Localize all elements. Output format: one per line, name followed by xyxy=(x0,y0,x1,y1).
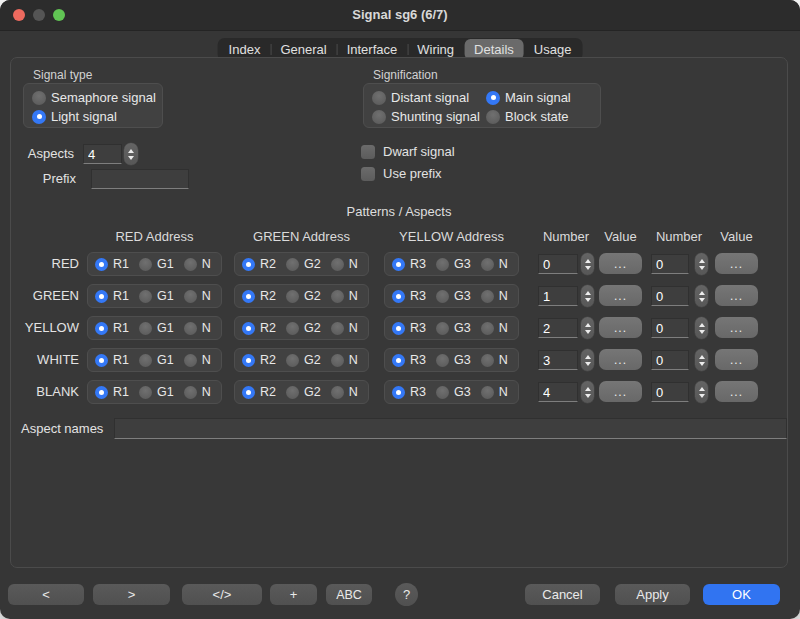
aspects-stepper[interactable] xyxy=(124,143,138,165)
radio-option-n[interactable]: N xyxy=(331,289,358,303)
radio-option-distant-signal[interactable]: Distant signal xyxy=(372,89,486,106)
ok-button[interactable]: OK xyxy=(703,584,780,605)
value-button-1[interactable]: ... xyxy=(599,285,642,306)
number-input-2[interactable] xyxy=(651,382,689,402)
radio-option-light-signal[interactable]: Light signal xyxy=(32,108,162,125)
radio-option-r1[interactable]: R1 xyxy=(95,353,129,367)
radio-option-r2[interactable]: R2 xyxy=(242,385,276,399)
number-input-2[interactable] xyxy=(651,350,689,370)
zoom-button[interactable] xyxy=(53,9,65,21)
number-input-2[interactable] xyxy=(651,286,689,306)
radio-option-g2[interactable]: G2 xyxy=(286,321,321,335)
radio-option-g1[interactable]: G1 xyxy=(139,321,174,335)
abc-button[interactable]: ABC xyxy=(326,584,372,605)
radio-option-r1[interactable]: R1 xyxy=(95,257,129,271)
number-input-2[interactable] xyxy=(651,254,689,274)
value-button-2[interactable]: ... xyxy=(715,381,758,402)
prefix-input[interactable] xyxy=(91,169,189,189)
radio-option-r2[interactable]: R2 xyxy=(242,353,276,367)
number-input-2[interactable] xyxy=(651,318,689,338)
radio-option-main-signal[interactable]: Main signal xyxy=(486,89,600,106)
number-stepper-1[interactable] xyxy=(581,253,594,275)
radio-option-n[interactable]: N xyxy=(331,321,358,335)
radio-option-g1[interactable]: G1 xyxy=(139,385,174,399)
radio-option-r2[interactable]: R2 xyxy=(242,321,276,335)
code-button[interactable]: </> xyxy=(182,584,262,605)
radio-option-g3[interactable]: G3 xyxy=(436,289,471,303)
radio-option-n[interactable]: N xyxy=(481,321,508,335)
number-stepper-1[interactable] xyxy=(581,317,594,339)
number-input-1[interactable] xyxy=(538,350,578,370)
aspects-input[interactable] xyxy=(83,144,122,164)
radio-option-r2[interactable]: R2 xyxy=(242,257,276,271)
value-button-2[interactable]: ... xyxy=(715,349,758,370)
radio-option-g2[interactable]: G2 xyxy=(286,385,321,399)
number-stepper-1[interactable] xyxy=(581,349,594,371)
number-input-1[interactable] xyxy=(538,254,578,274)
radio-option-r3[interactable]: R3 xyxy=(392,257,426,271)
radio-option-n[interactable]: N xyxy=(184,353,211,367)
radio-option-r3[interactable]: R3 xyxy=(392,385,426,399)
value-button-2[interactable]: ... xyxy=(715,285,758,306)
radio-option-g3[interactable]: G3 xyxy=(436,321,471,335)
radio-option-r1[interactable]: R1 xyxy=(95,385,129,399)
radio-option-g1[interactable]: G1 xyxy=(139,353,174,367)
radio-option-n[interactable]: N xyxy=(481,257,508,271)
prev-button[interactable]: < xyxy=(8,584,84,605)
value-button-1[interactable]: ... xyxy=(599,349,642,370)
radio-option-r3[interactable]: R3 xyxy=(392,321,426,335)
radio-option-r2[interactable]: R2 xyxy=(242,289,276,303)
radio-option-g1[interactable]: G1 xyxy=(139,257,174,271)
next-button[interactable]: > xyxy=(93,584,170,605)
radio-option-g2[interactable]: G2 xyxy=(286,257,321,271)
add-button[interactable]: + xyxy=(270,584,317,605)
radio-option-n[interactable]: N xyxy=(481,385,508,399)
radio-option-n[interactable]: N xyxy=(184,385,211,399)
value-button-1[interactable]: ... xyxy=(599,253,642,274)
number-stepper-1[interactable] xyxy=(581,381,594,403)
radio-option-shunting-signal[interactable]: Shunting signal xyxy=(372,108,486,125)
radio-option-g3[interactable]: G3 xyxy=(436,353,471,367)
radio-option-n[interactable]: N xyxy=(331,385,358,399)
use-prefix-checkbox[interactable]: Use prefix xyxy=(361,166,442,181)
number-stepper-2[interactable] xyxy=(695,349,708,371)
value-button-1[interactable]: ... xyxy=(599,317,642,338)
radio-option-block-state[interactable]: Block state xyxy=(486,108,600,125)
number-stepper-2[interactable] xyxy=(695,317,708,339)
number-input-1[interactable] xyxy=(538,318,578,338)
radio-option-g2[interactable]: G2 xyxy=(286,353,321,367)
radio-option-semaphore-signal[interactable]: Semaphore signal xyxy=(32,89,162,106)
radio-option-r1[interactable]: R1 xyxy=(95,289,129,303)
apply-button[interactable]: Apply xyxy=(615,584,690,605)
minimize-button[interactable] xyxy=(33,9,45,21)
radio-option-r1[interactable]: R1 xyxy=(95,321,129,335)
radio-option-n[interactable]: N xyxy=(331,353,358,367)
radio-option-n[interactable]: N xyxy=(184,321,211,335)
radio-option-n[interactable]: N xyxy=(331,257,358,271)
radio-option-n[interactable]: N xyxy=(481,289,508,303)
number-input-1[interactable] xyxy=(538,286,578,306)
radio-option-g3[interactable]: G3 xyxy=(436,257,471,271)
cancel-button[interactable]: Cancel xyxy=(525,584,600,605)
close-button[interactable] xyxy=(13,9,25,21)
radio-option-n[interactable]: N xyxy=(481,353,508,367)
number-stepper-2[interactable] xyxy=(695,285,708,307)
number-input-1[interactable] xyxy=(538,382,578,402)
radio-option-g3[interactable]: G3 xyxy=(436,385,471,399)
radio-option-g1[interactable]: G1 xyxy=(139,289,174,303)
value-button-1[interactable]: ... xyxy=(599,381,642,402)
radio-option-r3[interactable]: R3 xyxy=(392,289,426,303)
aspect-names-input[interactable] xyxy=(114,418,787,439)
radio-option-g2[interactable]: G2 xyxy=(286,289,321,303)
radio-label: G2 xyxy=(304,385,321,399)
radio-option-r3[interactable]: R3 xyxy=(392,353,426,367)
radio-option-n[interactable]: N xyxy=(184,289,211,303)
radio-option-n[interactable]: N xyxy=(184,257,211,271)
value-button-2[interactable]: ... xyxy=(715,253,758,274)
help-button[interactable]: ? xyxy=(395,583,418,606)
number-stepper-2[interactable] xyxy=(695,253,708,275)
number-stepper-2[interactable] xyxy=(695,381,708,403)
dwarf-signal-checkbox[interactable]: Dwarf signal xyxy=(361,144,455,159)
number-stepper-1[interactable] xyxy=(581,285,594,307)
value-button-2[interactable]: ... xyxy=(715,317,758,338)
